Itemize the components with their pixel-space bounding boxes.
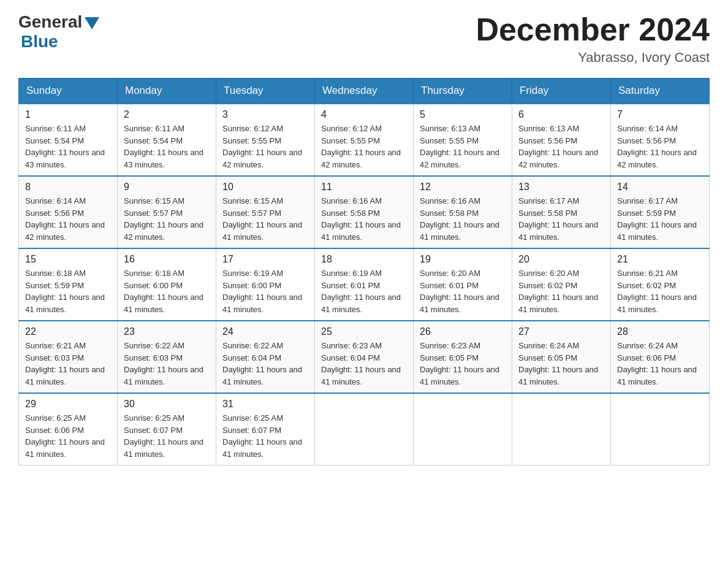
calendar-day-cell: 25 Sunrise: 6:23 AM Sunset: 6:04 PM Dayl… bbox=[315, 321, 414, 393]
day-info: Sunrise: 6:15 AM Sunset: 5:57 PM Dayligh… bbox=[222, 195, 308, 243]
calendar-day-cell: 16 Sunrise: 6:18 AM Sunset: 6:00 PM Dayl… bbox=[118, 248, 216, 321]
weekday-header-saturday: Saturday bbox=[611, 79, 710, 104]
day-number: 5 bbox=[420, 109, 506, 120]
calendar-day-cell: 28 Sunrise: 6:24 AM Sunset: 6:06 PM Dayl… bbox=[611, 321, 710, 393]
day-number: 20 bbox=[518, 254, 604, 265]
day-info: Sunrise: 6:16 AM Sunset: 5:58 PM Dayligh… bbox=[420, 195, 506, 243]
weekday-header-wednesday: Wednesday bbox=[315, 79, 414, 104]
logo-triangle-icon bbox=[85, 17, 99, 29]
calendar-day-cell: 11 Sunrise: 6:16 AM Sunset: 5:58 PM Dayl… bbox=[315, 176, 414, 248]
day-number: 4 bbox=[321, 109, 407, 120]
calendar-day-cell: 7 Sunrise: 6:14 AM Sunset: 5:56 PM Dayli… bbox=[611, 104, 710, 176]
day-info: Sunrise: 6:19 AM Sunset: 6:01 PM Dayligh… bbox=[321, 267, 407, 315]
calendar-week-row: 8 Sunrise: 6:14 AM Sunset: 5:56 PM Dayli… bbox=[19, 176, 710, 248]
day-number: 30 bbox=[124, 399, 210, 410]
day-info: Sunrise: 6:21 AM Sunset: 6:02 PM Dayligh… bbox=[617, 267, 703, 315]
logo-general-text: General bbox=[18, 12, 82, 32]
day-number: 27 bbox=[518, 326, 604, 337]
day-info: Sunrise: 6:19 AM Sunset: 6:00 PM Dayligh… bbox=[222, 267, 308, 315]
day-number: 26 bbox=[420, 326, 506, 337]
calendar-day-cell: 20 Sunrise: 6:20 AM Sunset: 6:02 PM Dayl… bbox=[512, 248, 611, 321]
day-number: 23 bbox=[124, 326, 210, 337]
calendar-day-cell: 12 Sunrise: 6:16 AM Sunset: 5:58 PM Dayl… bbox=[414, 176, 512, 248]
day-number: 8 bbox=[25, 182, 111, 193]
calendar-day-cell: 30 Sunrise: 6:25 AM Sunset: 6:07 PM Dayl… bbox=[118, 393, 216, 465]
day-number: 11 bbox=[321, 182, 407, 193]
calendar-day-cell: 3 Sunrise: 6:12 AM Sunset: 5:55 PM Dayli… bbox=[216, 104, 315, 176]
calendar-day-cell bbox=[611, 393, 710, 465]
day-number: 21 bbox=[617, 254, 703, 265]
calendar-day-cell: 4 Sunrise: 6:12 AM Sunset: 5:55 PM Dayli… bbox=[315, 104, 414, 176]
day-number: 6 bbox=[518, 109, 604, 120]
day-number: 12 bbox=[420, 182, 506, 193]
day-number: 31 bbox=[222, 399, 308, 410]
day-number: 17 bbox=[222, 254, 308, 265]
title-section: December 2024 Yabrasso, Ivory Coast bbox=[476, 12, 710, 66]
day-info: Sunrise: 6:25 AM Sunset: 6:07 PM Dayligh… bbox=[124, 412, 210, 460]
weekday-header-friday: Friday bbox=[512, 79, 611, 104]
calendar-day-cell: 1 Sunrise: 6:11 AM Sunset: 5:54 PM Dayli… bbox=[19, 104, 118, 176]
day-info: Sunrise: 6:17 AM Sunset: 5:58 PM Dayligh… bbox=[518, 195, 604, 243]
calendar-day-cell: 14 Sunrise: 6:17 AM Sunset: 5:59 PM Dayl… bbox=[611, 176, 710, 248]
weekday-header-thursday: Thursday bbox=[414, 79, 512, 104]
day-number: 13 bbox=[518, 182, 604, 193]
calendar-day-cell: 31 Sunrise: 6:25 AM Sunset: 6:07 PM Dayl… bbox=[216, 393, 315, 465]
calendar-day-cell: 5 Sunrise: 6:13 AM Sunset: 5:55 PM Dayli… bbox=[414, 104, 512, 176]
day-info: Sunrise: 6:24 AM Sunset: 6:06 PM Dayligh… bbox=[617, 340, 703, 388]
day-info: Sunrise: 6:23 AM Sunset: 6:05 PM Dayligh… bbox=[420, 340, 506, 388]
weekday-header-sunday: Sunday bbox=[19, 79, 118, 104]
day-info: Sunrise: 6:20 AM Sunset: 6:01 PM Dayligh… bbox=[420, 267, 506, 315]
day-info: Sunrise: 6:22 AM Sunset: 6:03 PM Dayligh… bbox=[124, 340, 210, 388]
calendar-table: SundayMondayTuesdayWednesdayThursdayFrid… bbox=[18, 78, 710, 465]
calendar-day-cell: 8 Sunrise: 6:14 AM Sunset: 5:56 PM Dayli… bbox=[19, 176, 118, 248]
calendar-day-cell bbox=[315, 393, 414, 465]
month-year-title: December 2024 bbox=[476, 12, 710, 47]
day-number: 14 bbox=[617, 182, 703, 193]
day-info: Sunrise: 6:11 AM Sunset: 5:54 PM Dayligh… bbox=[25, 123, 111, 170]
calendar-day-cell: 23 Sunrise: 6:22 AM Sunset: 6:03 PM Dayl… bbox=[118, 321, 216, 393]
calendar-day-cell: 19 Sunrise: 6:20 AM Sunset: 6:01 PM Dayl… bbox=[414, 248, 512, 321]
calendar-week-row: 22 Sunrise: 6:21 AM Sunset: 6:03 PM Dayl… bbox=[19, 321, 710, 393]
weekday-header-row: SundayMondayTuesdayWednesdayThursdayFrid… bbox=[19, 79, 710, 104]
calendar-day-cell: 18 Sunrise: 6:19 AM Sunset: 6:01 PM Dayl… bbox=[315, 248, 414, 321]
day-number: 24 bbox=[222, 326, 308, 337]
calendar-day-cell: 22 Sunrise: 6:21 AM Sunset: 6:03 PM Dayl… bbox=[19, 321, 118, 393]
day-number: 3 bbox=[222, 109, 308, 120]
day-number: 28 bbox=[617, 326, 703, 337]
calendar-week-row: 29 Sunrise: 6:25 AM Sunset: 6:06 PM Dayl… bbox=[19, 393, 710, 465]
day-number: 18 bbox=[321, 254, 407, 265]
day-info: Sunrise: 6:24 AM Sunset: 6:05 PM Dayligh… bbox=[518, 340, 604, 388]
calendar-day-cell: 10 Sunrise: 6:15 AM Sunset: 5:57 PM Dayl… bbox=[216, 176, 315, 248]
day-info: Sunrise: 6:13 AM Sunset: 5:56 PM Dayligh… bbox=[518, 123, 604, 170]
calendar-day-cell: 24 Sunrise: 6:22 AM Sunset: 6:04 PM Dayl… bbox=[216, 321, 315, 393]
day-number: 29 bbox=[25, 399, 111, 410]
page-header: General Blue December 2024 Yabrasso, Ivo… bbox=[18, 12, 710, 66]
day-number: 10 bbox=[222, 182, 308, 193]
calendar-day-cell: 9 Sunrise: 6:15 AM Sunset: 5:57 PM Dayli… bbox=[118, 176, 216, 248]
day-number: 1 bbox=[25, 109, 111, 120]
day-info: Sunrise: 6:13 AM Sunset: 5:55 PM Dayligh… bbox=[420, 123, 506, 170]
calendar-week-row: 1 Sunrise: 6:11 AM Sunset: 5:54 PM Dayli… bbox=[19, 104, 710, 176]
calendar-week-row: 15 Sunrise: 6:18 AM Sunset: 5:59 PM Dayl… bbox=[19, 248, 710, 321]
day-number: 22 bbox=[25, 326, 111, 337]
day-info: Sunrise: 6:12 AM Sunset: 5:55 PM Dayligh… bbox=[222, 123, 308, 170]
calendar-day-cell: 29 Sunrise: 6:25 AM Sunset: 6:06 PM Dayl… bbox=[19, 393, 118, 465]
calendar-day-cell: 27 Sunrise: 6:24 AM Sunset: 6:05 PM Dayl… bbox=[512, 321, 611, 393]
calendar-day-cell: 17 Sunrise: 6:19 AM Sunset: 6:00 PM Dayl… bbox=[216, 248, 315, 321]
day-number: 25 bbox=[321, 326, 407, 337]
calendar-day-cell: 21 Sunrise: 6:21 AM Sunset: 6:02 PM Dayl… bbox=[611, 248, 710, 321]
day-info: Sunrise: 6:18 AM Sunset: 5:59 PM Dayligh… bbox=[25, 267, 111, 315]
day-info: Sunrise: 6:18 AM Sunset: 6:00 PM Dayligh… bbox=[124, 267, 210, 315]
day-number: 7 bbox=[617, 109, 703, 120]
logo-blue-text: Blue bbox=[21, 32, 58, 52]
day-info: Sunrise: 6:12 AM Sunset: 5:55 PM Dayligh… bbox=[321, 123, 407, 170]
day-info: Sunrise: 6:11 AM Sunset: 5:54 PM Dayligh… bbox=[124, 123, 210, 170]
day-info: Sunrise: 6:25 AM Sunset: 6:07 PM Dayligh… bbox=[222, 412, 308, 460]
day-number: 19 bbox=[420, 254, 506, 265]
weekday-header-monday: Monday bbox=[118, 79, 216, 104]
day-info: Sunrise: 6:14 AM Sunset: 5:56 PM Dayligh… bbox=[617, 123, 703, 170]
day-info: Sunrise: 6:14 AM Sunset: 5:56 PM Dayligh… bbox=[25, 195, 111, 243]
calendar-day-cell: 2 Sunrise: 6:11 AM Sunset: 5:54 PM Dayli… bbox=[118, 104, 216, 176]
day-info: Sunrise: 6:22 AM Sunset: 6:04 PM Dayligh… bbox=[222, 340, 308, 388]
logo: General Blue bbox=[18, 12, 99, 52]
